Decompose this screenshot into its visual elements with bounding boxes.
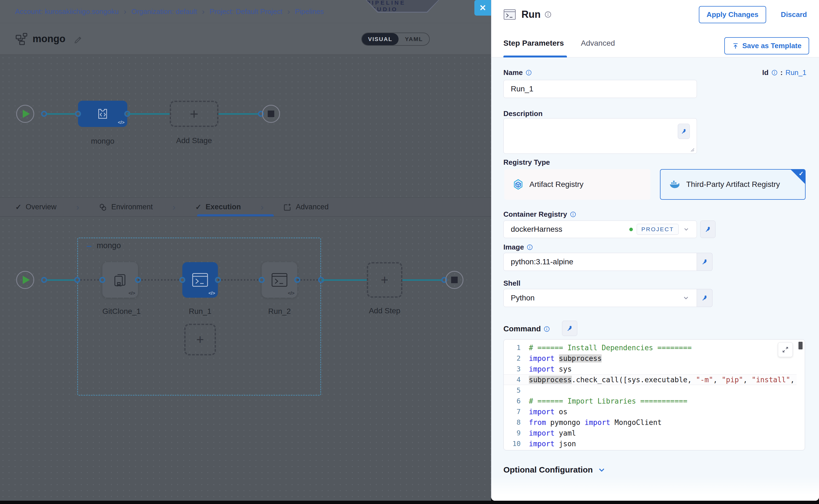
code-line[interactable]: 6# ====== Import Libraries ===========: [504, 396, 797, 406]
registry-option-third-party[interactable]: Third-Party Artifact Registry ✓: [660, 169, 806, 200]
breadcrumb-account[interactable]: Account: kurosakiichigo.songoku: [15, 7, 119, 16]
connector-line: [47, 113, 78, 115]
step-node-run-1[interactable]: </>: [182, 262, 218, 298]
code-line[interactable]: 9import yaml: [504, 428, 797, 438]
pin-runtime-input-button[interactable]: [697, 289, 713, 307]
step-label: Run_2: [262, 307, 297, 316]
execution-start-node: [16, 271, 34, 289]
stop-icon: [451, 277, 458, 283]
info-icon[interactable]: [545, 11, 552, 18]
apply-changes-button[interactable]: Apply Changes: [699, 6, 766, 23]
visual-toggle-button[interactable]: VISUAL: [362, 33, 398, 45]
container-registry-field[interactable]: dockerHarness PROJECT: [504, 221, 697, 238]
breadcrumb-pipelines[interactable]: Pipelines: [295, 7, 324, 16]
pin-runtime-input-button[interactable]: [697, 253, 713, 271]
editor-scrollbar-thumb[interactable]: [798, 342, 803, 349]
command-code-editor[interactable]: 1# ====== Install Dependencies ========2…: [504, 339, 805, 450]
shell-label: Shell: [504, 279, 520, 288]
tab-overview[interactable]: ✓ Overview: [15, 203, 56, 212]
close-drawer-button[interactable]: ✕: [475, 0, 491, 16]
breadcrumb-organization[interactable]: Organization: default: [131, 7, 197, 16]
yaml-toggle-button[interactable]: YAML: [398, 33, 429, 45]
info-icon[interactable]: [771, 69, 778, 76]
tab-execution[interactable]: ✓ Execution: [195, 203, 241, 212]
stage-graph-canvas[interactable]: </> + mongo Add Stage: [0, 55, 491, 197]
collapse-group-icon[interactable]: –: [86, 241, 92, 250]
connector-port: [99, 277, 105, 283]
discard-button[interactable]: Discard: [781, 10, 807, 19]
chevron-down-icon: [598, 466, 606, 474]
drawer-header: Run Apply Changes Discard: [491, 0, 819, 29]
play-icon: [23, 110, 30, 118]
command-label-row: Command: [504, 325, 550, 333]
pin-runtime-input-button[interactable]: [700, 221, 716, 238]
name-input[interactable]: [504, 80, 697, 98]
info-icon[interactable]: [527, 244, 533, 250]
code-line[interactable]: 1# ====== Install Dependencies ========: [504, 342, 797, 353]
bottom-fade: [491, 476, 819, 501]
line-number: 10: [504, 440, 529, 448]
connector-port: [41, 277, 47, 283]
connector-port: [75, 111, 81, 117]
pipeline-end-node: [262, 105, 280, 123]
execution-graph-canvas[interactable]: – mongo </>: [0, 217, 491, 500]
info-icon[interactable]: [526, 69, 532, 76]
pin-runtime-input-button[interactable]: [678, 124, 690, 139]
info-icon[interactable]: [570, 211, 576, 218]
code-line[interactable]: 8from pymongo import MongoClient: [504, 417, 797, 428]
dotted-connector: [297, 279, 321, 281]
line-number: 6: [504, 397, 529, 405]
active-tab-underline: [504, 56, 567, 57]
code-line[interactable]: 2import subprocess: [504, 353, 797, 364]
step-label: Run_1: [182, 307, 218, 316]
add-step-node[interactable]: +: [367, 262, 402, 298]
description-textarea[interactable]: [504, 118, 697, 154]
tab-advanced-panel[interactable]: Advanced: [581, 39, 615, 48]
edit-pipeline-icon[interactable]: [74, 34, 82, 43]
expand-editor-button[interactable]: [778, 342, 793, 357]
image-input[interactable]: python:3.11-alpine: [504, 253, 697, 271]
step-id-value[interactable]: Run_1: [785, 68, 806, 77]
description-label: Description: [504, 109, 543, 118]
code-line[interactable]: 5: [504, 385, 797, 396]
step-node-gitclone-1[interactable]: </>: [102, 262, 138, 298]
add-stage-node[interactable]: +: [170, 101, 218, 127]
resize-handle-icon[interactable]: [690, 148, 695, 152]
info-icon[interactable]: [544, 326, 550, 332]
add-parallel-step-node[interactable]: +: [184, 324, 216, 355]
save-as-template-button[interactable]: Save as Template: [724, 37, 809, 54]
breadcrumb-separator-icon: ›: [287, 7, 290, 16]
environment-icon: [99, 203, 107, 211]
code-line[interactable]: 3import sys: [504, 364, 797, 374]
docker-icon: [669, 178, 681, 190]
code-line[interactable]: 4subprocess.check_call([sys.executable, …: [504, 374, 797, 385]
step-title: Run: [522, 9, 541, 20]
breadcrumb-project[interactable]: Project: Default Project: [210, 7, 282, 16]
image-label: Image: [504, 243, 533, 251]
pin-runtime-input-button[interactable]: [562, 321, 577, 336]
chevron-down-icon[interactable]: [683, 226, 690, 233]
pipeline-studio-page: Account: kurosakiichigo.songoku › Organi…: [0, 0, 819, 504]
step-config-drawer: Run Apply Changes Discard Step Parameter…: [491, 0, 819, 501]
code-line[interactable]: 7import os: [504, 406, 797, 417]
optional-configuration-toggle[interactable]: Optional Configuration: [504, 465, 606, 474]
terminal-icon: [504, 9, 516, 20]
yaml-badge-icon: </>: [288, 291, 294, 296]
code-line[interactable]: 10import json: [504, 438, 797, 449]
add-step-label: Add Step: [361, 306, 408, 315]
connector-line: [402, 279, 441, 281]
connector-line: [321, 279, 367, 281]
registry-option-artifact[interactable]: Artifact Registry: [504, 169, 650, 200]
command-label: Command: [504, 325, 541, 333]
command-code-lines: 1# ====== Install Dependencies ========2…: [504, 342, 797, 449]
tab-environment[interactable]: Environment: [99, 203, 153, 211]
tab-advanced[interactable]: Advanced: [283, 203, 328, 211]
connector-port: [41, 111, 47, 117]
shell-select[interactable]: Python: [504, 289, 697, 307]
stage-node-mongo[interactable]: </>: [78, 101, 127, 127]
chevron-right-icon: ›: [76, 202, 79, 212]
tab-step-parameters[interactable]: Step Parameters: [504, 39, 564, 48]
step-node-run-2[interactable]: </>: [262, 262, 297, 298]
chevron-down-icon: [682, 294, 690, 302]
step-group-mongo: [77, 237, 321, 396]
